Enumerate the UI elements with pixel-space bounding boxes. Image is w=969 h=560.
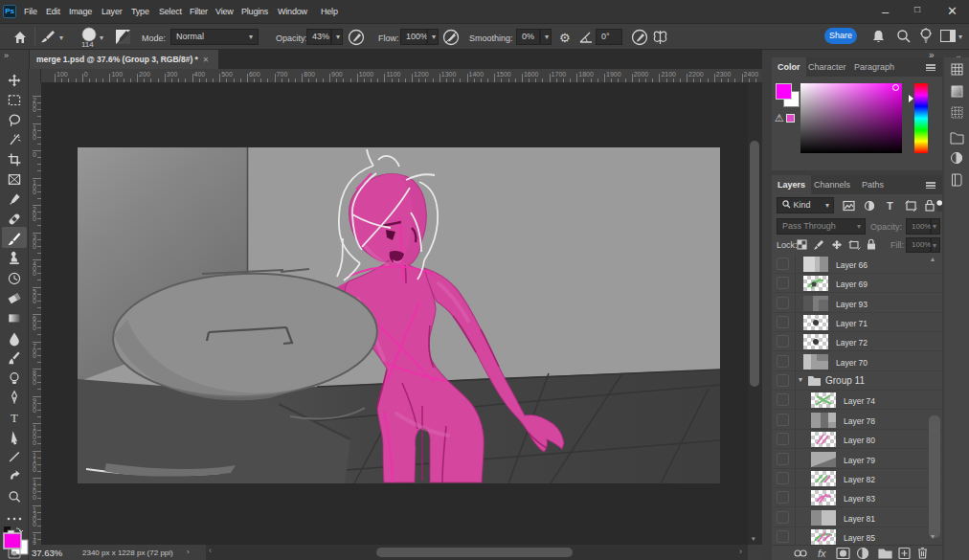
svg-text:T: T <box>11 412 18 425</box>
svg-text:T: T <box>887 200 893 212</box>
svg-text:fx: fx <box>818 548 826 559</box>
